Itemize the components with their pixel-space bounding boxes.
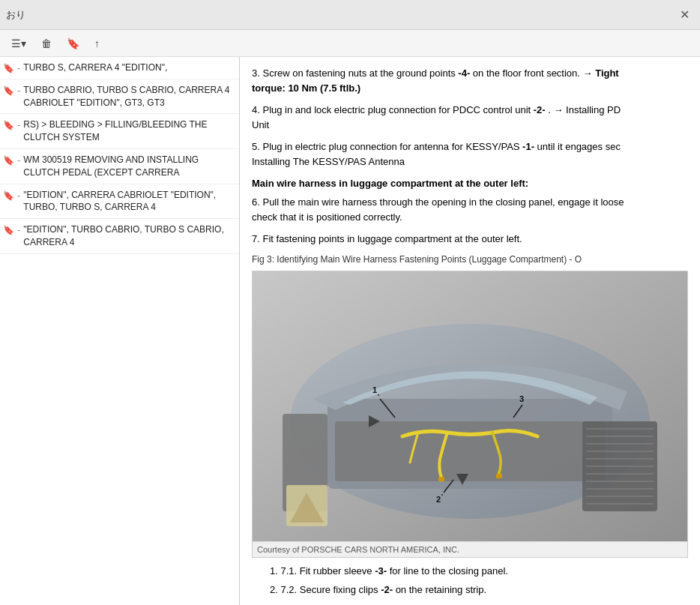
content-area: 3. Screw on fastening nuts at the ground… [240,57,700,605]
sidebar-item-label-3: RS) > BLEEDING > FILLING/BLEEDING THE CL… [23,118,233,144]
step-3-number: 3. [252,67,262,79]
sidebar-item-label-2: TURBO CABRIO, TURBO S CABRIO, CARRERA 4 … [23,84,233,109]
figure-container: 1 2 3 [252,271,688,558]
sidebar-item-label-1: TURBO S, CARRERA 4 "EDITION", [23,61,167,74]
sidebar-item-label-6: "EDITION", TURBO CABRIO, TURBO S CABRIO,… [23,223,233,249]
share-button[interactable]: ↑ [89,34,105,52]
sidebar-item-6[interactable]: 🔖 - "EDITION", TURBO CABRIO, TURBO S CAB… [0,219,239,254]
sidebar-item-2[interactable]: 🔖 - TURBO CABRIO, TURBO S CABRIO, CARRER… [0,79,239,115]
sidebar-item-label-5: "EDITION", CARRERA CABRIOLET "EDITION", … [23,189,233,214]
sidebar-collapse-button[interactable]: ◀ [239,316,240,346]
svg-rect-4 [438,477,444,481]
step-3: 3. Screw on fastening nuts at the ground… [252,66,688,95]
bookmark-icon-3: 🔖 [3,120,14,130]
step-5-text2: Installing The KESSY/PAS Antenna [252,156,405,167]
sidebar-item-4[interactable]: 🔖 - WM 300519 REMOVING AND INSTALLING CL… [0,149,239,184]
sidebar-item-1[interactable]: 🔖 - TURBO S, CARRERA 4 "EDITION", [0,57,239,79]
bookmark-add-icon: 🔖 [67,37,79,49]
substep-7-2: 2. 7.2. Secure fixing clips -2- on the r… [270,583,688,598]
figure-courtesy: Courtesy of PORSCHE CARS NORTH AMERICA, … [253,541,687,557]
sidebar-item-label-4: WM 300519 REMOVING AND INSTALLING CLUTCH… [23,154,233,179]
window-title: おり [6,8,669,22]
delete-icon: 🗑 [41,37,52,49]
delete-button[interactable]: 🗑 [36,34,57,52]
close-button[interactable]: ✕ [675,6,694,23]
sidebar-item-3[interactable]: 🔖 - RS) > BLEEDING > FILLING/BLEEDING TH… [0,114,239,149]
substep-7-1-text: Fit rubber sleeve -3- for line to the cl… [300,565,508,577]
bookmark-icon-2: 🔖 [3,85,14,96]
step-5-text: Plug in electric plug connection for ant… [262,141,620,152]
bookmark-icon-5: 🔖 [3,190,14,201]
bookmark-icon-6: 🔖 [3,225,14,235]
substep-7-2-text: Secure fixing clips -2- on the retaining… [300,584,486,595]
step-4-text: Plug in and lock electric plug connectio… [262,104,621,115]
step-4: 4. Plug in and lock electric plug connec… [252,103,688,132]
step-7-number: 7. [252,233,262,244]
svg-text:2: 2 [436,495,441,504]
nav-menu-button[interactable]: ☰▾ [6,34,31,52]
svg-text:3: 3 [519,394,524,403]
nav-menu-icon: ☰▾ [11,37,26,49]
sidebar-item-5[interactable]: 🔖 - "EDITION", CARRERA CABRIOLET "EDITIO… [0,184,239,220]
step-7-text: Fit fastening points in luggage compartm… [262,233,522,244]
step-6-number: 6. [252,196,262,208]
step-4-number: 4. [252,104,262,115]
svg-point-20 [378,394,379,396]
figure-image: 1 2 3 [253,271,687,541]
sidebar: 🔖 - TURBO S, CARRERA 4 "EDITION", 🔖 - TU… [0,57,240,605]
step-4-text2: Unit [252,119,269,130]
share-icon: ↑ [94,37,100,49]
step-5-number: 5. [252,141,262,152]
substep-7-2-number: 2. 7.2. [270,584,300,595]
step-7: 7. Fit fastening points in luggage compa… [252,232,688,247]
section-header-luggage: Main wire harness in luggage compartment… [252,178,688,189]
top-bar: おり ✕ [0,0,700,30]
substep-7-1-number: 1. 7.1. [270,565,300,577]
main-container: 🔖 - TURBO S, CARRERA 4 "EDITION", 🔖 - TU… [0,57,700,605]
step-6-text2: check that it is positioned correctly. [252,211,402,223]
substep-7-1: 1. 7.1. Fit rubber sleeve -3- for line t… [270,564,688,579]
svg-rect-5 [496,474,502,478]
svg-text:1: 1 [372,385,377,394]
bookmark-icon-4: 🔖 [3,155,14,166]
svg-rect-3 [335,421,605,481]
step-5: 5. Plug in electric plug connection for … [252,139,688,169]
svg-point-23 [441,494,443,496]
step-3-text: Screw on fastening nuts at the ground po… [262,67,618,79]
step-6-text: Pull the main wire harness through the o… [262,196,624,208]
bookmark-icon-1: 🔖 [3,63,14,73]
step-3-torque: torque: 10 Nm (7.5 ftlb.) [252,82,360,94]
figure-caption: Fig 3: Identifying Main Wire Harness Fas… [252,254,688,265]
bookmark-add-button[interactable]: 🔖 [61,34,85,52]
step-6: 6. Pull the main wire harness through th… [252,195,688,224]
toolbar: ☰▾ 🗑 🔖 ↑ [0,30,700,57]
